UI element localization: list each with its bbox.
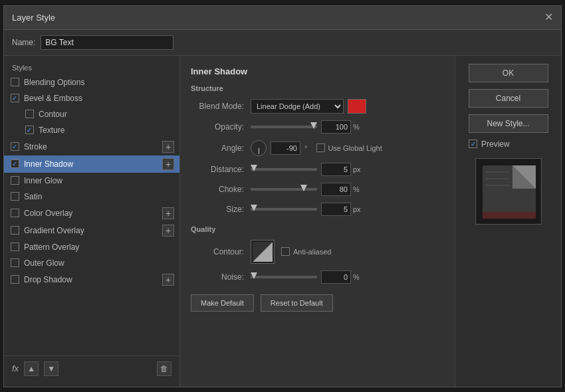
checkbox-inner-inner-glow (11, 176, 19, 185)
reset-to-default-button[interactable]: Reset to Default (261, 294, 333, 312)
plus-btn-drop-shadow[interactable]: + (162, 274, 174, 286)
degree-symbol: ° (304, 144, 307, 152)
preview-checkbox[interactable] (469, 140, 477, 148)
checkbox-inner-inner-shadow (11, 159, 19, 168)
angle-input[interactable] (271, 142, 300, 155)
ok-button[interactable]: OK (469, 64, 548, 82)
checkbox-inner-outer-glow (11, 258, 19, 267)
cancel-button[interactable]: Cancel (469, 89, 548, 108)
noise-row: Noise: % (191, 270, 444, 284)
plus-btn-stroke[interactable]: + (162, 141, 174, 153)
make-default-button[interactable]: Make Default (191, 294, 254, 312)
angle-row: Angle: ° Use Global Light (191, 140, 444, 156)
choke-unit: % (353, 185, 364, 193)
sidebar-item-label-stroke: Stroke (24, 142, 162, 151)
sidebar-item-label-outer-glow: Outer Glow (24, 258, 174, 268)
sidebar-item-drop-shadow[interactable]: Drop Shadow+ (4, 271, 179, 288)
checkbox-inner-shadow[interactable] (9, 159, 20, 169)
sidebar-item-stroke[interactable]: Stroke+ (4, 138, 179, 155)
shadow-color-swatch[interactable] (348, 99, 366, 114)
global-light-checkbox[interactable] (316, 144, 325, 152)
sidebar-item-label-satin: Satin (24, 192, 174, 201)
blend-mode-select[interactable]: Linear Dodge (Add) Normal Multiply Scree… (251, 99, 344, 114)
sidebar-item-pattern-overlay[interactable]: Pattern Overlay (4, 239, 179, 255)
size-label: Size: (191, 205, 244, 214)
sidebar-item-blending-options[interactable]: Blending Options (4, 74, 179, 90)
checkbox-inner-stroke (11, 142, 19, 151)
panel-title: Inner Shadow (191, 66, 444, 76)
plus-btn-inner-shadow[interactable]: + (162, 158, 174, 170)
right-panel: OK Cancel New Style... Preview (455, 56, 561, 387)
fx-label: fx (12, 363, 19, 373)
size-input[interactable] (321, 203, 351, 216)
checkbox-inner-satin (11, 192, 19, 201)
delete-button[interactable]: 🗑 (157, 361, 171, 376)
global-light-wrap: Use Global Light (316, 144, 382, 152)
angle-wheel[interactable] (251, 140, 267, 156)
distance-slider[interactable] (251, 165, 317, 174)
sidebar-item-label-bevel-emboss: Bevel & Emboss (24, 94, 174, 103)
sidebar-item-label-contour: Contour (39, 110, 174, 119)
checkbox-inner-texture (25, 126, 34, 134)
sidebar-item-label-gradient-overlay: Gradient Overlay (24, 226, 162, 235)
checkbox-inner-contour (25, 110, 34, 118)
checkbox-blending-options[interactable] (9, 77, 20, 88)
title-bar: Layer Style ✕ (4, 6, 561, 30)
sidebar-item-outer-glow[interactable]: Outer Glow (4, 255, 179, 271)
sidebar-item-contour[interactable]: Contour (4, 106, 179, 122)
opacity-label: Opacity: (191, 122, 244, 132)
choke-slider[interactable] (251, 185, 317, 194)
checkbox-inner-glow[interactable] (9, 175, 20, 186)
move-up-button[interactable]: ▲ (24, 361, 39, 376)
sidebar-item-satin[interactable]: Satin (4, 189, 179, 205)
structure-label: Structure (191, 84, 444, 92)
name-label: Name: (12, 38, 35, 47)
checkbox-texture[interactable] (24, 125, 35, 136)
checkbox-inner-color-overlay (11, 209, 19, 217)
opacity-slider[interactable] (251, 122, 317, 132)
opacity-unit: % (353, 123, 364, 131)
distance-label: Distance: (191, 165, 244, 174)
size-row: Size: px (191, 203, 444, 216)
sidebar-item-label-texture: Texture (39, 126, 174, 135)
noise-input[interactable] (321, 270, 351, 284)
angle-container: ° Use Global Light (251, 140, 382, 156)
size-slider[interactable] (251, 205, 317, 214)
sidebar-item-color-overlay[interactable]: Color Overlay+ (4, 205, 179, 222)
checkbox-outer-glow[interactable] (9, 258, 20, 268)
distance-input[interactable] (321, 163, 351, 176)
contour-preview[interactable] (251, 240, 275, 264)
checkbox-gradient-overlay[interactable] (9, 225, 20, 236)
close-button[interactable]: ✕ (544, 12, 553, 23)
plus-btn-gradient-overlay[interactable]: + (162, 225, 174, 237)
plus-btn-color-overlay[interactable]: + (162, 207, 174, 219)
sidebar-item-bevel-emboss[interactable]: Bevel & Emboss (4, 90, 179, 106)
blend-mode-row: Blend Mode: Linear Dodge (Add) Normal Mu… (191, 99, 444, 114)
checkbox-bevel-emboss[interactable] (9, 93, 20, 104)
checkbox-inner-pattern-overlay (11, 243, 19, 251)
quality-section: Quality Contour: Anti-aliased (191, 225, 444, 284)
sidebar-item-texture[interactable]: Texture (4, 122, 179, 138)
opacity-input[interactable] (321, 120, 351, 134)
noise-slider[interactable] (251, 272, 317, 282)
anti-aliased-checkbox[interactable] (281, 247, 290, 256)
checkbox-color-overlay[interactable] (9, 208, 20, 219)
choke-input[interactable] (321, 183, 351, 196)
checkbox-inner-bevel-emboss (11, 94, 19, 102)
contour-label: Contour: (191, 247, 244, 256)
sidebar-item-gradient-overlay[interactable]: Gradient Overlay+ (4, 222, 179, 239)
checkbox-pattern-overlay[interactable] (9, 242, 20, 252)
checkbox-contour[interactable] (24, 109, 35, 120)
center-panel: Inner Shadow Structure Blend Mode: Linea… (180, 56, 455, 387)
blend-mode-label: Blend Mode: (191, 102, 244, 111)
name-row: Name: (4, 30, 561, 56)
sidebar: Styles Blending OptionsBevel & EmbossCon… (4, 56, 180, 387)
sidebar-item-inner-glow[interactable]: Inner Glow (4, 173, 179, 189)
sidebar-item-inner-shadow[interactable]: Inner Shadow+ (4, 155, 179, 173)
name-input[interactable] (41, 35, 173, 50)
checkbox-drop-shadow[interactable] (9, 274, 20, 285)
move-down-button[interactable]: ▼ (44, 361, 58, 376)
checkbox-stroke[interactable] (9, 142, 20, 152)
new-style-button[interactable]: New Style... (469, 114, 548, 133)
checkbox-satin[interactable] (9, 191, 20, 202)
